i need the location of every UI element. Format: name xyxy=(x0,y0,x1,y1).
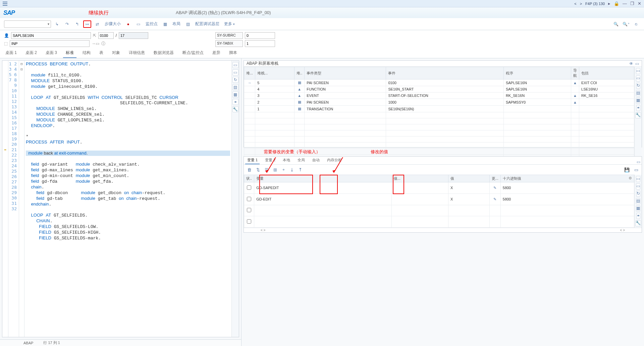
vartab-0[interactable]: 变量 1 xyxy=(245,157,260,164)
stack-row[interactable]: →5▦PAI SCREEN0100SAPLSE16N▲EXIT COI xyxy=(244,79,634,86)
list-icon[interactable]: ☰ xyxy=(265,167,269,172)
variables-table[interactable]: 状..变量值...值更...十六进制值 ⚙ GD-SAPEDITX✎5800GD… xyxy=(244,175,634,228)
vartab-3[interactable]: 全局 xyxy=(296,157,307,164)
stack-row[interactable]: 3▲EVENTSTART-OF-SELECTIONRK_SE16N▲RK_SE1… xyxy=(244,93,634,99)
info-icon[interactable]: ⓘ xyxy=(101,41,105,47)
stack-tool-3-icon[interactable]: ↻ xyxy=(636,83,640,89)
delete-icon[interactable]: 🗑 xyxy=(247,167,252,172)
tool-3-icon[interactable]: ↻ xyxy=(232,77,238,83)
tab-11[interactable]: 脚本 xyxy=(226,48,240,58)
tab-4[interactable]: 结构 xyxy=(80,48,93,58)
tab-1[interactable]: 桌面 2 xyxy=(23,48,40,58)
save-icon[interactable]: 💾 xyxy=(624,167,630,172)
tree-icon[interactable]: ⊞ xyxy=(273,167,277,172)
step-over-icon[interactable]: ↷ xyxy=(63,20,71,28)
var-tool-7-icon[interactable]: 🔧 xyxy=(635,220,641,226)
expand-icon[interactable]: ▭ xyxy=(635,61,639,66)
nav-next-icon[interactable]: > xyxy=(580,2,582,6)
command-field[interactable] xyxy=(4,20,51,28)
goto-icon[interactable]: →▭ xyxy=(92,41,99,46)
tool-5-icon[interactable]: ▦ xyxy=(232,92,238,98)
var-row[interactable] xyxy=(244,205,634,216)
tab-0[interactable]: 桌面 1 xyxy=(3,48,19,58)
tool-2-icon[interactable]: ▭ xyxy=(232,69,238,75)
export-icon[interactable]: ⤓ xyxy=(290,167,294,172)
close-icon[interactable]: ✕ xyxy=(638,1,641,6)
sy-subrc-value[interactable] xyxy=(245,32,275,39)
tool-6-icon[interactable]: ⚭ xyxy=(232,99,238,105)
stack-tool-1-icon[interactable]: ▭ xyxy=(636,68,640,74)
stack-tool-6-icon[interactable]: ⚭ xyxy=(636,105,640,111)
nav-icon[interactable]: ⇱ xyxy=(93,33,96,38)
var-row[interactable]: GD-EDITX✎5800 xyxy=(244,193,634,205)
tab-3[interactable]: 标准 xyxy=(63,48,76,58)
tab-10[interactable]: 差异 xyxy=(210,48,223,58)
tab-5[interactable]: 表 xyxy=(97,48,106,58)
config-label[interactable]: 配置调试器层 xyxy=(195,21,219,27)
breakpoint-icon[interactable]: ● xyxy=(124,20,132,28)
menu-icon[interactable] xyxy=(3,2,7,6)
window-icon[interactable]: ❐ xyxy=(630,1,634,6)
layout-icon[interactable]: ▦ xyxy=(161,20,169,28)
import-icon[interactable]: ⤒ xyxy=(299,167,302,172)
stack-tool-4-icon[interactable]: ▤ xyxy=(636,90,640,96)
tab-7[interactable]: 详细信息 xyxy=(126,48,148,58)
vartab-2[interactable]: 本地 xyxy=(281,157,292,164)
status-pos: 行 17 列 1 xyxy=(43,340,60,345)
stack-tool-2-icon[interactable]: ▭ xyxy=(636,75,640,81)
tab-8[interactable]: 数据浏览器 xyxy=(151,48,176,58)
vartab-1[interactable]: 变量 2 xyxy=(263,157,277,164)
filter-icon[interactable]: ⇅ xyxy=(256,167,260,172)
tool-4-icon[interactable]: ▤ xyxy=(232,84,238,90)
var-tool-2-icon[interactable]: ▭ xyxy=(636,183,640,189)
screen-icon[interactable]: ▸ xyxy=(608,1,610,6)
step-config-icon[interactable]: ⇄ xyxy=(93,20,101,28)
stack-tool-5-icon[interactable]: ▦ xyxy=(636,98,640,104)
vartab-4[interactable]: 自动 xyxy=(310,157,322,164)
code-content[interactable]: PROCESS BEFORE OUTPUT. module fill_tc_01… xyxy=(24,61,231,337)
stack-row[interactable]: 1▦TRANSACTIONSE16N(SE16N) xyxy=(244,106,634,112)
stack-row[interactable]: 2▦PAI SCREEN1000SAPMSSY0▲ xyxy=(244,99,634,106)
vartab-5[interactable]: 内存分析 xyxy=(325,157,344,164)
var-tool-4-icon[interactable]: ▤ xyxy=(636,198,640,204)
stack-table[interactable]: 堆...堆栈...堆..事件类型事件程序导航包括 →5▦PAI SCREEN01… xyxy=(244,67,634,161)
eye-icon[interactable]: 👁 xyxy=(629,61,633,66)
var-tool-1-icon[interactable]: ▭ xyxy=(636,176,640,182)
search-icon[interactable]: 🔍 xyxy=(612,20,620,28)
tab-2[interactable]: 桌面 3 xyxy=(43,48,60,58)
config-icon[interactable]: ▤ xyxy=(184,20,192,28)
tool-1-icon[interactable]: ▭ xyxy=(232,62,238,68)
program-field[interactable] xyxy=(11,32,91,39)
var-tool-6-icon[interactable]: ⚭ xyxy=(636,213,640,219)
stack-tool-7-icon[interactable]: 🔧 xyxy=(635,112,641,118)
step-into-icon[interactable]: ↳ xyxy=(53,20,61,28)
hier-icon[interactable]: ⚬ xyxy=(282,167,285,172)
tab-9[interactable]: 断点/监控点 xyxy=(180,48,206,58)
sy-tabix-value[interactable] xyxy=(245,40,275,47)
line-a-field[interactable] xyxy=(98,32,114,39)
watchpoint-icon[interactable]: ▭ xyxy=(134,20,142,28)
layout-label[interactable]: 布局 xyxy=(172,21,180,27)
mode-field[interactable] xyxy=(10,40,90,47)
tool-7-icon[interactable]: 🔧 xyxy=(232,106,238,112)
window-title: ABAP 调试器(2) (独占) (DLWR-S4H-P8_F4P_00) xyxy=(176,10,271,16)
more-menu[interactable]: 更多 xyxy=(224,21,235,27)
search-plus-icon[interactable]: 🔍⁺ xyxy=(622,20,630,28)
var-row[interactable] xyxy=(244,216,634,228)
lock-icon[interactable]: 🔒 xyxy=(614,1,619,6)
var-tool-3-icon[interactable]: ↻ xyxy=(636,191,640,197)
watchpoint-label[interactable]: 监控点 xyxy=(146,21,158,27)
h-scrollbar[interactable]: < >< > xyxy=(244,228,642,232)
stack-row[interactable]: 4▲FUNCTIONSE16N_STARTSAPLSE16NLSE16NU xyxy=(244,86,634,93)
tab-6[interactable]: 对象 xyxy=(109,48,123,58)
panel-expand-icon[interactable]: ▭ xyxy=(634,167,638,172)
step-size-label[interactable]: 步骤大小 xyxy=(105,21,121,27)
minimize-icon[interactable]: — xyxy=(623,1,627,6)
exit-icon[interactable]: ⎋ xyxy=(632,20,640,28)
nav-prev-icon[interactable]: < xyxy=(574,2,576,6)
var-row[interactable]: GD-SAPEDITX✎5800 xyxy=(244,182,634,194)
step-out-icon[interactable]: ↰ xyxy=(73,20,81,28)
var-tool-5-icon[interactable]: ▦ xyxy=(636,206,640,212)
continue-icon[interactable]: ↦ xyxy=(83,20,91,28)
vartabs-expand-icon[interactable]: ▭ xyxy=(637,160,640,164)
